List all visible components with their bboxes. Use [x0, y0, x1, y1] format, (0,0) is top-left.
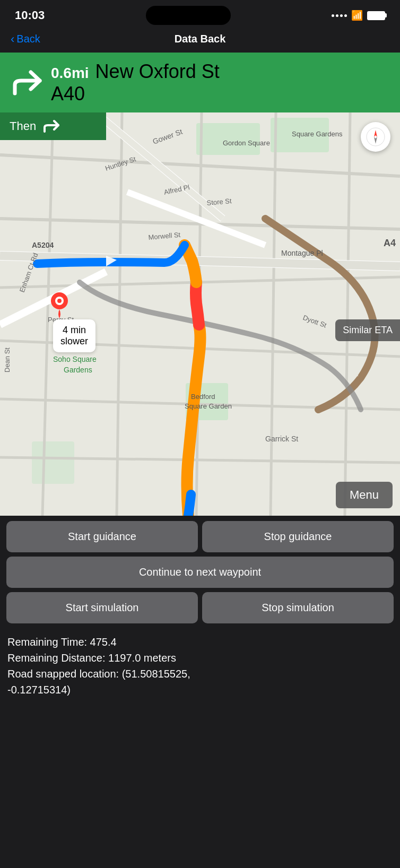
battery-icon [367, 11, 385, 20]
guidance-buttons-row: Start guidance Stop guidance [6, 521, 394, 552]
svg-text:Square Garden: Square Garden [185, 402, 232, 410]
svg-text:Gordon Square: Gordon Square [223, 139, 270, 147]
guidance-text: 0.6mi New Oxford St A40 [51, 61, 220, 104]
coordinates: -0.12715314) [7, 682, 393, 698]
svg-text:Bedford: Bedford [191, 393, 215, 401]
back-label: Back [16, 33, 40, 45]
turn-right-icon [11, 67, 42, 99]
svg-text:Gardens: Gardens [64, 366, 92, 374]
svg-point-43 [57, 299, 62, 303]
waypoint-row: Continue to next waypoint [6, 557, 394, 588]
guidance-header: 0.6mi New Oxford St A40 [0, 53, 400, 112]
status-bar: 10:03 📶 [0, 0, 400, 29]
stop-guidance-button[interactable]: Stop guidance [202, 521, 394, 552]
guidance-road-code: A40 [51, 83, 220, 105]
info-section: Remaining Time: 475.4 Remaining Distance… [0, 628, 400, 708]
svg-text:A5204: A5204 [32, 241, 54, 249]
map-svg: Gower St Huntley St Alfred Pl Store St M… [0, 112, 400, 516]
continue-waypoint-button[interactable]: Continue to next waypoint [6, 557, 394, 588]
signal-icon [332, 14, 347, 17]
menu-button[interactable]: Menu [336, 482, 393, 508]
map-section: Then [0, 112, 400, 516]
then-label: Then [10, 119, 36, 133]
bottom-controls: Start guidance Stop guidance Continue to… [0, 516, 400, 623]
dynamic-island [146, 6, 231, 25]
remaining-distance: Remaining Distance: 1197.0 meters [7, 650, 393, 666]
start-guidance-button[interactable]: Start guidance [6, 521, 198, 552]
svg-text:Square Gardens: Square Gardens [292, 130, 343, 138]
svg-text:Montague Pl: Montague Pl [281, 249, 323, 257]
status-time: 10:03 [15, 8, 45, 22]
simulation-buttons-row: Start simulation Stop simulation [6, 592, 394, 623]
start-simulation-button[interactable]: Start simulation [6, 592, 198, 623]
then-bar: Then [0, 112, 106, 140]
guidance-street: New Oxford St [95, 61, 220, 82]
compass[interactable] [361, 122, 390, 152]
svg-text:Garrick St: Garrick St [265, 435, 298, 443]
svg-text:Dean St: Dean St [3, 348, 11, 372]
svg-text:Soho Square: Soho Square [53, 355, 97, 363]
back-button[interactable]: ‹ Back [11, 32, 40, 46]
svg-rect-4 [32, 441, 74, 484]
compass-icon [366, 127, 386, 147]
remaining-time: Remaining Time: 475.4 [7, 634, 393, 650]
slower-callout: 4 minslower [53, 319, 95, 352]
stop-simulation-button[interactable]: Stop simulation [202, 592, 394, 623]
road-snapped-location: Road snapped location: (51.50815525, [7, 666, 393, 682]
map-container[interactable]: Gower St Huntley St Alfred Pl Store St M… [0, 112, 400, 516]
nav-bar: ‹ Back Data Back [0, 29, 400, 53]
guidance-distance: 0.6mi [51, 65, 89, 82]
wifi-icon: 📶 [351, 10, 363, 21]
status-icons: 📶 [332, 10, 385, 21]
slower-text: 4 minslower [60, 325, 88, 346]
back-chevron-icon: ‹ [11, 32, 14, 46]
then-turn-icon [42, 118, 59, 135]
nav-title: Data Back [175, 33, 226, 45]
road-label-a4: A4 [384, 238, 396, 249]
similar-eta: Similar ETA [335, 319, 400, 341]
turn-arrow-container [11, 67, 42, 99]
